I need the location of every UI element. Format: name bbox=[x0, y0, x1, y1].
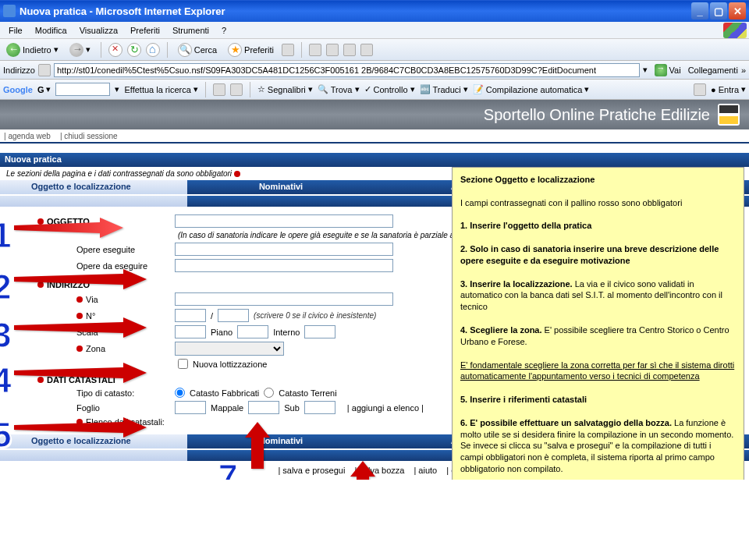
google-search-input[interactable] bbox=[55, 83, 110, 96]
google-translate[interactable]: 🔤 Traduci ▾ bbox=[420, 84, 468, 94]
label-tipo-catasto: Tipo di catasto: bbox=[14, 388, 170, 398]
label-interno: Interno bbox=[273, 328, 300, 337]
zona-select[interactable] bbox=[175, 342, 284, 356]
nuova-lott-checkbox[interactable] bbox=[178, 359, 188, 369]
stop-button[interactable] bbox=[108, 43, 122, 57]
print-button[interactable] bbox=[326, 44, 339, 56]
civico-hint: (scrivere 0 se il civico è inesistente) bbox=[254, 311, 376, 320]
search-button[interactable]: Cerca bbox=[175, 41, 220, 58]
google-check[interactable]: ✓ Controllo ▾ bbox=[364, 84, 415, 94]
svg-marker-3 bbox=[14, 363, 147, 383]
google-icon-1[interactable] bbox=[213, 83, 225, 96]
arrow-2 bbox=[14, 268, 147, 292]
label-mappale: Mappale bbox=[211, 403, 243, 413]
help-box: Sezione Oggetto e localizzazione I campi… bbox=[452, 167, 744, 480]
aiuto-button[interactable]: aiuto bbox=[409, 466, 442, 475]
svg-marker-5 bbox=[245, 422, 270, 469]
history-button[interactable] bbox=[282, 44, 294, 56]
google-find[interactable]: 🔍 Trova ▾ bbox=[318, 84, 360, 94]
scala-input[interactable] bbox=[175, 325, 206, 338]
svg-marker-6 bbox=[350, 461, 375, 480]
salva-prosegui-button[interactable]: salva e prosegui bbox=[273, 466, 350, 475]
marker-4: 4 bbox=[0, 361, 11, 400]
help-title: Sezione Oggetto e localizzazione bbox=[460, 175, 595, 184]
interno-input[interactable] bbox=[304, 325, 335, 338]
label-via: Via bbox=[86, 295, 98, 304]
label-foglio: Foglio bbox=[14, 403, 170, 413]
mappale-input[interactable] bbox=[248, 401, 279, 414]
svg-marker-0 bbox=[14, 218, 123, 238]
mail-button[interactable] bbox=[309, 44, 321, 56]
back-button[interactable]: Indietro ▾ bbox=[3, 41, 62, 58]
menu-strumenti[interactable]: Strumenti bbox=[166, 23, 215, 37]
civico2-input[interactable] bbox=[218, 309, 249, 322]
menu-modifica[interactable]: Modifica bbox=[29, 23, 73, 37]
tab-oggetto[interactable]: Oggetto e localizzazione bbox=[0, 180, 187, 194]
address-label: Indirizzo bbox=[3, 66, 35, 75]
menu-file[interactable]: File bbox=[2, 23, 29, 37]
forward-icon bbox=[69, 43, 83, 57]
banner-logo-icon bbox=[718, 104, 740, 126]
nav-toolbar: Indietro ▾ ▾ Cerca Preferiti bbox=[0, 39, 749, 61]
civico-input[interactable] bbox=[175, 309, 206, 322]
google-search-button[interactable]: Effettua la ricerca ▾ bbox=[124, 84, 197, 94]
google-logo: Google bbox=[3, 85, 33, 94]
window-titlebar: Nuova pratica - Microsoft Internet Explo… bbox=[0, 0, 749, 22]
forward-button[interactable]: ▾ bbox=[66, 41, 94, 58]
label-sub: Sub bbox=[284, 403, 300, 413]
link-logout[interactable]: chiudi sessione bbox=[60, 132, 118, 140]
home-button[interactable] bbox=[146, 43, 160, 57]
arrow-5 bbox=[14, 416, 147, 441]
google-icon-2[interactable] bbox=[230, 83, 243, 96]
marker-5: 5 bbox=[0, 416, 11, 455]
google-autofill[interactable]: 📝 Compilazione automatica ▾ bbox=[473, 84, 590, 94]
label-nuova-lott: Nuova lottizzazione bbox=[193, 360, 267, 369]
top-linkbar: agenda web chiudi sessione bbox=[0, 129, 749, 144]
links-label[interactable]: Collegamenti bbox=[688, 66, 738, 75]
favorites-button[interactable]: Preferiti bbox=[225, 41, 277, 58]
piano-input[interactable] bbox=[237, 325, 268, 338]
minimize-button[interactable]: _ bbox=[691, 2, 708, 19]
catasto-fabbricati-radio[interactable] bbox=[175, 388, 185, 398]
google-settings-icon[interactable] bbox=[694, 83, 706, 96]
link-agenda[interactable]: agenda web bbox=[4, 132, 51, 140]
menubar: File Modifica Visualizza Preferiti Strum… bbox=[0, 22, 749, 39]
close-button[interactable]: ✕ bbox=[729, 2, 746, 19]
label-opere-eseguite: Opere eseguite bbox=[14, 245, 170, 254]
menu-preferiti[interactable]: Preferiti bbox=[124, 23, 166, 37]
help-intro: I campi contrassegnati con il pallino ro… bbox=[460, 197, 736, 209]
catasto-terreni-radio[interactable] bbox=[264, 388, 274, 398]
tab-nominativi[interactable]: Nominativi bbox=[187, 180, 374, 194]
opere-eseguite-input[interactable] bbox=[175, 243, 393, 256]
search-icon bbox=[178, 43, 192, 57]
refresh-button[interactable] bbox=[127, 43, 141, 57]
star-icon bbox=[228, 43, 242, 57]
via-input[interactable] bbox=[175, 292, 393, 306]
go-button[interactable]: Vai bbox=[651, 63, 685, 77]
aggiungi-elenco-link[interactable]: | aggiungi a elenco | bbox=[347, 403, 424, 413]
google-g-button[interactable]: G▾ bbox=[37, 84, 51, 94]
banner-title: Sportello Online Pratiche Edilizie bbox=[484, 106, 710, 124]
address-input[interactable] bbox=[54, 63, 640, 77]
section-title: Nuova pratica bbox=[0, 153, 749, 167]
discuss-button[interactable] bbox=[360, 44, 373, 56]
foglio-input[interactable] bbox=[175, 401, 206, 414]
menu-visualizza[interactable]: Visualizza bbox=[73, 23, 124, 37]
google-bookmarks[interactable]: ☆ Segnalibri▾ bbox=[257, 84, 313, 94]
arrow-4 bbox=[14, 361, 147, 386]
page-icon bbox=[38, 64, 51, 76]
required-dot-icon bbox=[234, 171, 240, 177]
maximize-button[interactable]: ▢ bbox=[710, 2, 727, 19]
arrow-1 bbox=[14, 216, 123, 241]
svg-marker-4 bbox=[14, 417, 147, 438]
opere-da-eseguire-input[interactable] bbox=[175, 259, 393, 272]
marker-1: 1 bbox=[0, 216, 11, 255]
tab-nominativi-b[interactable]: Nominativi bbox=[187, 434, 374, 448]
menu-help[interactable]: ? bbox=[215, 23, 233, 37]
svg-marker-1 bbox=[14, 269, 147, 289]
edit-button[interactable] bbox=[343, 44, 356, 56]
oggetto-input[interactable] bbox=[175, 214, 393, 228]
sub-input[interactable] bbox=[304, 401, 335, 414]
arrow-3 bbox=[14, 316, 147, 341]
google-signin[interactable]: ● Entra ▾ bbox=[711, 84, 746, 94]
